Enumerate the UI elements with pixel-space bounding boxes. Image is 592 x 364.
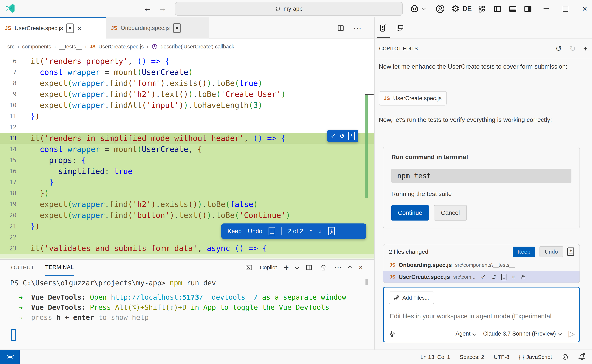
settings-gear-icon[interactable]: ⚙ <box>451 0 460 17</box>
tab-usercreate-spec[interactable]: JS UserCreate.spec.js × <box>0 17 106 39</box>
changed-file-row[interactable]: JSOnboarding.spec.jssrc\components\__tes… <box>383 259 579 271</box>
modified-dot-icon[interactable] <box>173 23 181 33</box>
terminal-name-label[interactable]: Copilot <box>260 264 277 271</box>
nav-forward-button[interactable]: → <box>157 1 168 15</box>
window-minimize-button[interactable] <box>540 0 553 17</box>
more-actions-icon[interactable]: ⋯ <box>353 23 362 33</box>
window-maximize-button[interactable] <box>559 0 572 17</box>
model-dropdown[interactable]: Claude 3.7 Sonnet (Preview) <box>483 331 561 337</box>
copilot-icon[interactable] <box>410 4 419 13</box>
cancel-button[interactable]: Cancel <box>434 205 467 221</box>
chat-view-icon[interactable] <box>395 24 404 32</box>
terminal-profile-chevron-icon[interactable] <box>295 266 299 269</box>
code-editor[interactable]: 6 it('renders properly', () => {7 const … <box>0 55 374 259</box>
split-terminal-icon[interactable] <box>305 264 313 271</box>
toggle-sidebar-icon[interactable] <box>493 5 502 13</box>
code-line[interactable]: 23 it('validates and submits form data',… <box>0 243 374 254</box>
cursor-position[interactable]: Ln 13, Col 1 <box>420 354 450 360</box>
chat-input-box[interactable]: Add Files... Edit files in your workspac… <box>383 287 580 342</box>
profile-badge[interactable]: DE <box>463 0 472 17</box>
language-mode[interactable]: { } JavaScript <box>519 354 552 360</box>
view-diff-icon[interactable] <box>269 227 275 235</box>
previous-change-icon[interactable]: ↑ <box>309 228 313 235</box>
customize-layout-icon[interactable] <box>478 5 486 13</box>
breadcrumb-item[interactable]: components <box>22 44 51 50</box>
continue-button[interactable]: Continue <box>391 205 429 221</box>
accept-edit-icon[interactable]: ✓ <box>331 132 336 140</box>
indentation[interactable]: Spaces: 2 <box>460 354 484 360</box>
remove-file-icon[interactable]: × <box>512 273 515 280</box>
breadcrumb-item[interactable]: __tests__ <box>59 44 82 50</box>
code-line[interactable]: 16 simplified: true <box>0 166 374 177</box>
window-close-button[interactable]: × <box>578 0 591 17</box>
code-line[interactable]: 20 expect(wrapper.find('button').text())… <box>0 210 374 221</box>
code-line[interactable]: 19 expect(wrapper.find('h2').exists()).t… <box>0 199 374 210</box>
keep-file-icon[interactable]: ✓ <box>480 273 486 281</box>
modified-dot-icon[interactable] <box>66 24 74 33</box>
undo-all-button[interactable]: Undo <box>539 246 563 257</box>
nav-back-button[interactable]: ← <box>142 1 153 15</box>
terminal-scrollbar-thumb[interactable] <box>365 279 368 285</box>
kill-terminal-trash-icon[interactable] <box>320 264 327 271</box>
redo-icon[interactable]: ↻ <box>569 44 576 53</box>
encoding[interactable]: UTF-8 <box>494 354 509 360</box>
panel-tab-terminal[interactable]: TERMINAL <box>45 259 74 276</box>
undo-file-icon[interactable]: ↺ <box>491 273 496 281</box>
code-line[interactable]: 15 props: { <box>0 155 374 166</box>
notifications-bell-icon[interactable] <box>579 354 585 361</box>
chat-placeholder[interactable]: Edit files in your workspace in agent mo… <box>389 312 573 320</box>
add-files-button[interactable]: Add Files... <box>389 292 434 304</box>
code-line[interactable]: 9 expect(wrapper.find('h2').text()).toBe… <box>0 89 374 100</box>
copilot-status-icon[interactable] <box>561 353 569 361</box>
panel-more-icon[interactable]: ⋯ <box>334 263 342 272</box>
changed-file-row[interactable]: JSUserCreate.spec.jssrc\com...✓↺× <box>383 271 579 283</box>
breadcrumb-item[interactable]: src <box>7 44 14 50</box>
account-icon[interactable] <box>435 4 445 13</box>
code-line[interactable]: 18 }) <box>0 188 374 199</box>
copilot-menu-chevron-icon[interactable] <box>422 6 426 10</box>
new-terminal-icon[interactable]: + <box>284 263 289 273</box>
copilot-edits-view-icon[interactable] <box>379 24 388 32</box>
code-line[interactable]: 7 const wrapper = mount(UserCreate) <box>0 67 374 78</box>
breadcrumb: src› components› __tests__› JS UserCreat… <box>0 39 374 55</box>
command-center-search[interactable]: my-app <box>175 2 403 16</box>
line-number: 19 <box>0 201 17 208</box>
code-line[interactable]: 8 expect(wrapper.find('form').exists()).… <box>0 78 374 89</box>
open-changes-icon[interactable] <box>328 227 335 235</box>
keep-button[interactable]: Keep <box>227 228 242 235</box>
keep-all-button[interactable]: Keep <box>513 247 535 257</box>
file-chip[interactable]: JS UserCreate.spec.js <box>379 91 447 105</box>
mode-dropdown[interactable]: Agent <box>456 331 476 337</box>
terminal-output[interactable]: PS C:\Users\olguzzar\projects\my-app> np… <box>10 278 346 323</box>
tab-onboarding-spec[interactable]: JS Onboarding.spec.js <box>106 17 209 39</box>
code-line[interactable]: 13 it('renders in simplified mode withou… <box>0 133 374 144</box>
next-change-icon[interactable]: ↓ <box>319 228 322 235</box>
undo-edit-icon[interactable]: ↺ <box>339 132 345 140</box>
toggle-panel-icon[interactable] <box>508 5 517 13</box>
view-all-diffs-icon[interactable] <box>567 247 574 256</box>
assistant-message: Now let me enhance the UserCreate tests … <box>379 62 582 71</box>
code-line[interactable]: 17 } <box>0 177 374 188</box>
split-editor-icon[interactable] <box>337 24 345 32</box>
breadcrumb-item[interactable]: UserCreate.spec.js <box>99 44 144 50</box>
toggle-secondary-sidebar-icon[interactable] <box>524 5 532 13</box>
maximize-panel-icon[interactable] <box>348 266 352 269</box>
new-session-icon[interactable]: + <box>583 45 588 53</box>
code-line[interactable]: 14 const wrapper = mount(UserCreate, { <box>0 144 374 155</box>
view-file-diff-icon[interactable] <box>501 274 506 280</box>
breadcrumb-item[interactable]: describe('UserCreate') callback <box>161 44 234 50</box>
undo-icon[interactable]: ↺ <box>556 44 562 53</box>
undo-button[interactable]: Undo <box>248 228 262 235</box>
remote-indicator[interactable]: >< <box>0 350 20 364</box>
tab-close-icon[interactable]: × <box>77 25 81 32</box>
send-icon[interactable]: ▷ <box>568 329 575 338</box>
panel-tab-output[interactable]: OUTPUT <box>11 260 34 275</box>
code-line[interactable]: 10 expect(wrapper.findAll('input')).toHa… <box>0 100 374 111</box>
close-panel-icon[interactable]: × <box>359 263 363 272</box>
code-line[interactable]: 11 }) <box>0 111 374 122</box>
microphone-icon[interactable] <box>389 330 396 337</box>
view-diff-icon[interactable] <box>348 132 355 140</box>
code-line[interactable]: 6 it('renders properly', () => { <box>0 56 374 67</box>
lock-file-icon[interactable] <box>520 274 526 280</box>
code-line[interactable]: 12 <box>0 122 374 133</box>
